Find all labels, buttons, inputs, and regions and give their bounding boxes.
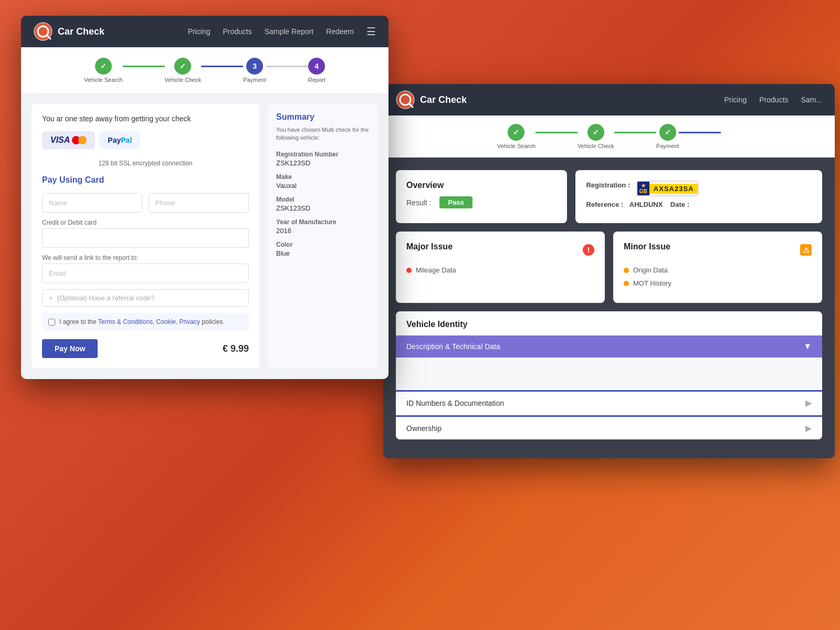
step-2: ✓ Vehicle Check <box>165 58 202 83</box>
step-line-3 <box>266 66 308 67</box>
card-group: Credit or Debit card <box>42 219 249 248</box>
phone-input[interactable] <box>149 193 249 213</box>
pay-now-button[interactable]: Pay Now <box>42 339 98 358</box>
identity-row-id-numbers[interactable]: ID Numbers & Documentation ▶ <box>396 392 822 414</box>
terms-link[interactable]: Terms & Conditions <box>98 318 153 326</box>
name-input[interactable] <box>42 193 142 213</box>
report-content: Overview Result : Pass Registration : ★ … <box>383 158 835 458</box>
paypal-text: PayPal <box>108 136 132 144</box>
email-group: We will send a link to the report to: <box>42 254 249 283</box>
payment-window: Car Check Pricing Products Sample Report… <box>21 16 388 379</box>
step-line-1 <box>123 66 165 67</box>
one-step-text: You ar one step away from getting your c… <box>42 114 249 123</box>
chevron-right-icon: ▶ <box>805 398 812 408</box>
minor-issue-card: Minor Issue ⚠ Origin Data MOT History <box>613 232 822 303</box>
minor-issue-label-2: MOT History <box>633 279 671 287</box>
agree-text: I agree to the Terms & Conditions, Cooki… <box>59 318 225 326</box>
card-payment-button[interactable]: VISA <box>42 131 95 149</box>
paypal-button[interactable]: PayPal <box>99 131 140 149</box>
back-step-line-1 <box>536 132 578 133</box>
step-circle-3: 3 <box>246 58 263 75</box>
logo-text: Car Check <box>58 26 104 37</box>
result-row: Result : Pass <box>406 196 556 208</box>
email-input[interactable] <box>42 264 249 283</box>
step-3: 3 Payment <box>243 58 266 83</box>
vehicle-identity-title: Vehicle Identity <box>396 311 822 335</box>
card-label: Credit or Debit card <box>42 219 249 226</box>
pass-badge: Pass <box>439 196 472 208</box>
visa-text: VISA <box>50 135 70 145</box>
hamburger-icon[interactable]: ☰ <box>366 25 376 38</box>
vehicle-identity-card: Vehicle Identity Description & Technical… <box>396 311 822 439</box>
referral-row[interactable]: + (Optional) Have a referral code? <box>42 289 249 307</box>
summary-reg: Registration Number ZSK123SD <box>276 151 370 167</box>
back-step-label-1: Vehicle Search <box>497 143 536 149</box>
summary-panel: Summary You have chosen Multi check for … <box>268 104 378 369</box>
step-1: ✓ Vehicle Search <box>84 58 122 83</box>
result-label: Result : <box>406 198 431 207</box>
step-circle-1: ✓ <box>95 58 112 75</box>
minor-header: Minor Issue ⚠ <box>624 242 812 258</box>
agree-row: I agree to the Terms & Conditions, Cooki… <box>42 313 249 331</box>
issues-row: Major Issue ! Mileage Data Minor Issue ⚠… <box>396 232 822 303</box>
nav-redeem[interactable]: Redeem <box>326 27 354 36</box>
pay-footer: Pay Now € 9.99 <box>42 339 249 358</box>
step-label-4: Report <box>308 77 326 83</box>
overview-title: Overview <box>406 181 556 190</box>
email-label: We will send a link to the report to: <box>42 254 249 261</box>
major-issue-icon: ! <box>583 244 594 256</box>
back-step-3: ✓ Payment <box>656 124 679 149</box>
nav-pricing-back[interactable]: Pricing <box>724 96 747 104</box>
major-issue-label-1: Mileage Data <box>416 266 456 274</box>
cookie-link[interactable]: Cookie <box>156 318 176 326</box>
step-label-3: Payment <box>243 77 266 83</box>
identity-id-label: ID Numbers & Documentation <box>406 399 805 407</box>
back-step-1: ✓ Vehicle Search <box>497 124 536 149</box>
card-input[interactable] <box>42 228 249 248</box>
nav-links-front: Pricing Products Sample Report Redeem ☰ <box>188 25 376 38</box>
minor-issue-item-1: Origin Data <box>624 266 812 274</box>
nav-links-back: Pricing Products Sam... <box>724 96 822 104</box>
content-area: You ar one step away from getting your c… <box>21 93 388 379</box>
navbar-back: Car Check Pricing Products Sam... <box>383 84 835 116</box>
back-step-line-2 <box>614 132 656 133</box>
minor-issue-label-1: Origin Data <box>633 266 668 274</box>
nav-products-back[interactable]: Products <box>759 96 788 104</box>
payment-icons: VISA PayPal <box>42 131 249 149</box>
summary-subtitle: You have chosen Multi check for the foll… <box>276 126 370 142</box>
name-phone-row <box>42 193 249 213</box>
agree-checkbox[interactable] <box>48 319 55 326</box>
minor-issue-icon: ⚠ <box>800 244 812 256</box>
price-text: € 9.99 <box>223 343 249 354</box>
nav-products[interactable]: Products <box>223 27 251 36</box>
nav-sample-report[interactable]: Sample Report <box>265 27 313 36</box>
back-step-circle-1: ✓ <box>508 124 524 141</box>
registration-card: Registration : ★ GB AXSA23SA Reference :… <box>575 170 822 223</box>
stepper-back: ✓ Vehicle Search ✓ Vehicle Check ✓ Payme… <box>383 116 835 158</box>
overview-card: Overview Result : Pass <box>396 170 567 223</box>
report-window: Car Check Pricing Products Sam... ✓ Vehi… <box>383 84 835 458</box>
summary-model: Model ZSK123SD <box>276 196 370 212</box>
back-step-2: ✓ Vehicle Check <box>578 124 614 149</box>
back-step-circle-2: ✓ <box>587 124 604 141</box>
identity-row-ownership[interactable]: Ownership ▶ <box>396 417 822 439</box>
stepper-front: ✓ Vehicle Search ✓ Vehicle Check 3 Payme… <box>21 47 388 93</box>
step-line-2 <box>201 66 243 67</box>
logo-wrap: Car Check <box>34 22 180 41</box>
chevron-down-icon: ▼ <box>803 342 812 351</box>
summary-title: Summary <box>276 112 370 122</box>
back-step-circle-3: ✓ <box>659 124 676 141</box>
privacy-link[interactable]: Privacy <box>180 318 200 326</box>
back-step-label-3: Payment <box>656 143 679 149</box>
identity-row-description[interactable]: Description & Technical Data ▼ <box>396 335 822 358</box>
overview-row: Overview Result : Pass Registration : ★ … <box>396 170 822 223</box>
summary-color: Color Blue <box>276 241 370 257</box>
step-circle-2: ✓ <box>174 58 191 75</box>
logo-wrap-back: Car Check <box>396 90 716 109</box>
nav-pricing[interactable]: Pricing <box>188 27 211 36</box>
nav-sample-report-back[interactable]: Sam... <box>801 96 822 104</box>
reg-flag: ★ GB <box>637 182 649 195</box>
mastercard-orange-circle <box>78 136 87 144</box>
back-step-label-2: Vehicle Check <box>578 143 614 149</box>
reference-info: Reference : AHLDUNX Date : <box>586 201 812 208</box>
